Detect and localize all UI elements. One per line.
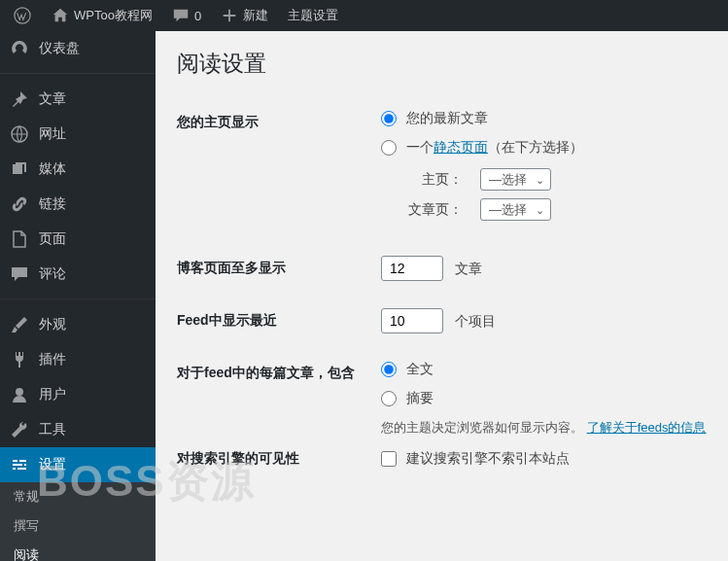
sidebar-item-posts[interactable]: 文章 <box>0 82 156 117</box>
radio-full-text[interactable] <box>381 362 397 377</box>
homepage-select[interactable]: —选择 <box>480 168 551 191</box>
posts-per-page-input[interactable] <box>381 256 443 281</box>
sidebar-item-media[interactable]: 媒体 <box>0 152 156 187</box>
submenu-writing[interactable]: 撰写 <box>0 511 156 541</box>
plus-icon <box>221 7 238 24</box>
posts-page-select-label: 文章页： <box>402 201 463 219</box>
sliders-icon <box>10 455 29 474</box>
svg-point-3 <box>16 388 23 396</box>
feeds-learn-more-link[interactable]: 了解关于feeds的信息 <box>587 420 707 435</box>
svg-point-2 <box>16 167 19 171</box>
wrench-icon <box>10 420 29 439</box>
static-page-link[interactable]: 静态页面 <box>433 139 488 155</box>
theme-settings-link[interactable]: 主题设置 <box>280 0 346 31</box>
pin-icon <box>10 89 29 109</box>
sidebar-item-dashboard[interactable]: 仪表盘 <box>0 31 156 66</box>
page-title: 阅读设置 <box>177 49 707 79</box>
sidebar-item-appearance[interactable]: 外观 <box>0 307 156 342</box>
sidebar-item-settings[interactable]: 设置 <box>0 447 156 482</box>
radio-summary-label: 摘要 <box>406 390 433 407</box>
sidebar-item-tools[interactable]: 工具 <box>0 412 156 447</box>
comment-icon <box>172 7 190 24</box>
page-icon <box>10 229 29 249</box>
sidebar-item-users[interactable]: 用户 <box>0 377 156 412</box>
homepage-display-label: 您的主页显示 <box>177 96 381 242</box>
search-visibility-label: 对搜索引擎的可见性 <box>177 450 381 493</box>
dashboard-icon <box>10 39 29 58</box>
blog-pages-label: 博客页面至多显示 <box>177 242 381 295</box>
globe-icon <box>10 124 29 144</box>
search-noindex-label: 建议搜索引擎不索引本站点 <box>406 450 570 468</box>
submenu-general[interactable]: 常规 <box>0 482 156 511</box>
feed-content-description: 您的主题决定浏览器如何显示内容。 了解关于feeds的信息 <box>381 419 707 437</box>
submenu-reading[interactable]: 阅读 <box>0 541 156 561</box>
site-title: WPToo教程网 <box>74 7 153 24</box>
posts-per-page-unit: 文章 <box>455 261 482 276</box>
plug-icon <box>10 350 29 369</box>
sidebar-item-plugins[interactable]: 插件 <box>0 342 156 377</box>
sidebar-item-links[interactable]: 网址 <box>0 117 156 152</box>
feed-items-unit: 个项目 <box>455 313 496 329</box>
search-noindex-checkbox[interactable] <box>381 451 397 467</box>
user-icon <box>10 385 29 404</box>
radio-latest-posts-label: 您的最新文章 <box>406 110 488 127</box>
link-icon <box>10 194 29 214</box>
new-content-link[interactable]: 新建 <box>213 0 276 31</box>
svg-point-0 <box>15 8 30 23</box>
admin-sidebar: 仪表盘 文章 网址 媒体 链接 页面 评论 外观 <box>0 31 156 561</box>
posts-page-select[interactable]: —选择 <box>480 198 551 221</box>
sidebar-item-links2[interactable]: 链接 <box>0 187 156 222</box>
media-icon <box>10 159 29 179</box>
wp-logo[interactable] <box>6 0 44 31</box>
radio-full-text-label: 全文 <box>406 361 433 378</box>
home-icon <box>52 7 69 24</box>
brush-icon <box>10 315 29 334</box>
feed-count-label: Feed中显示最近 <box>177 295 381 347</box>
comments-link[interactable]: 0 <box>164 0 209 31</box>
feed-content-label: 对于feed中的每篇文章，包含 <box>177 347 381 450</box>
sidebar-item-pages[interactable]: 页面 <box>0 222 156 257</box>
feed-items-input[interactable] <box>381 308 443 333</box>
radio-static-page[interactable] <box>381 140 397 156</box>
homepage-select-label: 主页： <box>402 171 463 189</box>
sidebar-item-comments[interactable]: 评论 <box>0 257 156 292</box>
chat-icon <box>10 264 29 284</box>
new-label: 新建 <box>243 7 268 24</box>
site-home-link[interactable]: WPToo教程网 <box>44 0 160 31</box>
radio-summary[interactable] <box>381 391 397 406</box>
radio-latest-posts[interactable] <box>381 111 397 126</box>
comments-count: 0 <box>194 9 201 23</box>
